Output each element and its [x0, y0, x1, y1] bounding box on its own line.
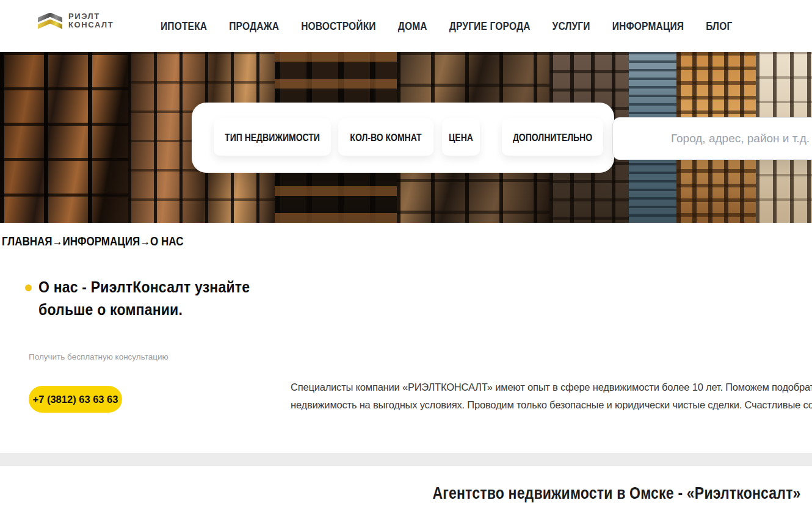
filter-button-rooms-label: КОЛ-ВО КОМНАТ — [350, 131, 421, 143]
about-paragraph: Специалисты компании «РИЭЛТКОНСАЛТ» имею… — [291, 378, 812, 414]
hero-building-strip — [0, 52, 128, 223]
filter-button-rooms[interactable]: КОЛ-ВО КОМНАТ — [338, 118, 433, 156]
nav-item-services[interactable]: УСЛУГИ — [553, 20, 590, 33]
breadcrumb: ГЛАВНАЯ→ИНФОРМАЦИЯ→О НАС — [2, 236, 183, 248]
breadcrumb-separator: → — [52, 234, 62, 249]
nav-item-blog[interactable]: БЛОГ — [706, 20, 732, 33]
filter-button-property-type[interactable]: ТИП НЕДВИЖИМОСТИ — [214, 118, 331, 156]
title-bullet-icon — [25, 284, 32, 291]
about-paragraph-line1: Специалисты компании «РИЭЛТКОНСАЛТ» имею… — [291, 378, 812, 396]
filter-button-price-label: ЦЕНА — [449, 131, 473, 143]
filter-button-property-type-label: ТИП НЕДВИЖИМОСТИ — [225, 131, 320, 143]
section-divider — [0, 453, 812, 466]
site-header: РИЭЛТ КОНСАЛТ ИПОТЕКА ПРОДАЖА НОВОСТРОЙК… — [0, 0, 812, 52]
logo-text: РИЭЛТ КОНСАЛТ — [68, 12, 114, 29]
nav-item-other-cities[interactable]: ДРУГИЕ ГОРОДА — [449, 20, 531, 33]
agency-heading-text: Агентство недвижимости в Омске - «Риэлтк… — [432, 483, 800, 503]
logo[interactable]: РИЭЛТ КОНСАЛТ — [38, 12, 114, 29]
filter-button-price[interactable]: ЦЕНА — [442, 118, 480, 156]
logo-mark — [38, 13, 62, 29]
breadcrumb-item-about: О НАС — [150, 234, 183, 249]
breadcrumb-item-information[interactable]: ИНФОРМАЦИЯ — [62, 234, 140, 249]
about-paragraph-line2: недвижимость на выгодных условиях. Прово… — [291, 396, 812, 414]
nav-item-new-buildings[interactable]: НОВОСТРОЙКИ — [301, 20, 376, 33]
consultation-label: Получить бесплатную консультацию — [29, 352, 169, 361]
filter-button-extra-label: ДОПОЛНИТЕЛЬНО — [513, 131, 592, 143]
nav-item-houses[interactable]: ДОМА — [398, 20, 427, 33]
browser-viewport: РИЭЛТ КОНСАЛТ ИПОТЕКА ПРОДАЖА НОВОСТРОЙК… — [0, 0, 812, 525]
filter-button-extra[interactable]: ДОПОЛНИТЕЛЬНО — [502, 118, 603, 156]
nav-item-sale[interactable]: ПРОДАЖА — [229, 20, 279, 33]
nav-item-information[interactable]: ИНФОРМАЦИЯ — [612, 20, 684, 33]
phone-button[interactable]: +7 (3812) 63 63 63 — [29, 386, 122, 413]
location-search-input[interactable] — [612, 117, 812, 160]
hero-photo: ТИП НЕДВИЖИМОСТИ КОЛ-ВО КОМНАТ ЦЕНА ДОПО… — [0, 52, 812, 223]
logo-text-line1: РИЭЛТ — [68, 12, 114, 21]
page-title-line1: О нас - РиэлтКонсалт узнайте — [38, 275, 250, 298]
page: РИЭЛТ КОНСАЛТ ИПОТЕКА ПРОДАЖА НОВОСТРОЙК… — [0, 0, 812, 525]
agency-heading: Агентство недвижимости в Омске - «Риэлтк… — [0, 485, 812, 502]
breadcrumb-item-home[interactable]: ГЛАВНАЯ — [2, 234, 52, 249]
main-nav: ИПОТЕКА ПРОДАЖА НОВОСТРОЙКИ ДОМА ДРУГИЕ … — [161, 0, 732, 52]
logo-text-line2: КОНСАЛТ — [68, 21, 114, 29]
nav-item-mortgage[interactable]: ИПОТЕКА — [161, 20, 207, 33]
breadcrumb-separator: → — [140, 234, 150, 249]
page-title: О нас - РиэлтКонсалт узнайте больше о ко… — [38, 275, 250, 321]
page-title-line2: больше о компании. — [38, 298, 250, 320]
